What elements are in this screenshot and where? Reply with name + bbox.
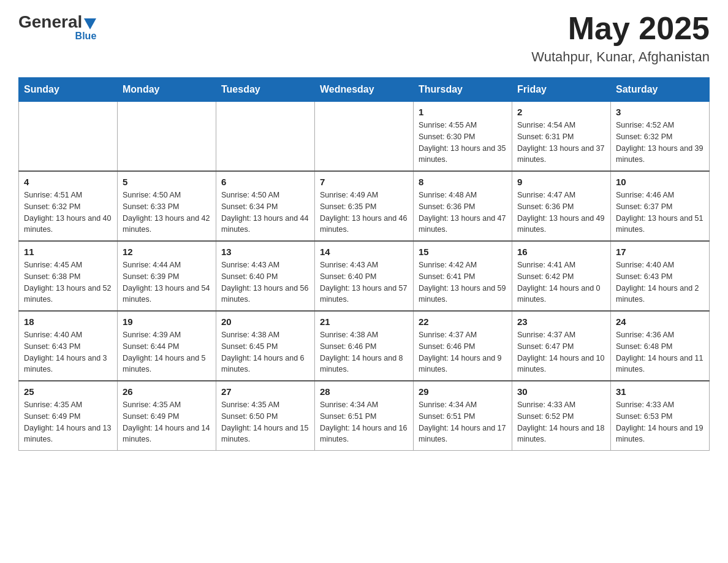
day-info: Sunrise: 4:36 AMSunset: 6:48 PMDaylight:… [616,329,704,375]
day-number: 25 [24,386,112,397]
day-info: Sunrise: 4:35 AMSunset: 6:49 PMDaylight:… [24,399,112,445]
day-info: Sunrise: 4:35 AMSunset: 6:50 PMDaylight:… [221,399,309,445]
calendar-cell: 19Sunrise: 4:39 AMSunset: 6:44 PMDayligh… [118,311,216,381]
day-info: Sunrise: 4:33 AMSunset: 6:52 PMDaylight:… [517,399,605,445]
day-info: Sunrise: 4:46 AMSunset: 6:37 PMDaylight:… [616,190,704,236]
calendar-week-row: 4Sunrise: 4:51 AMSunset: 6:32 PMDaylight… [19,171,710,241]
calendar-cell: 17Sunrise: 4:40 AMSunset: 6:43 PMDayligh… [611,241,710,311]
column-header-wednesday: Wednesday [315,78,414,102]
day-info: Sunrise: 4:39 AMSunset: 6:44 PMDaylight:… [123,329,211,375]
calendar-cell: 24Sunrise: 4:36 AMSunset: 6:48 PMDayligh… [611,311,710,381]
calendar-cell: 22Sunrise: 4:37 AMSunset: 6:46 PMDayligh… [414,311,512,381]
day-info: Sunrise: 4:40 AMSunset: 6:43 PMDaylight:… [24,329,112,375]
calendar-week-row: 18Sunrise: 4:40 AMSunset: 6:43 PMDayligh… [19,311,710,381]
day-number: 27 [221,386,309,397]
calendar-week-row: 25Sunrise: 4:35 AMSunset: 6:49 PMDayligh… [19,381,710,451]
day-number: 5 [123,177,211,187]
calendar-cell: 28Sunrise: 4:34 AMSunset: 6:51 PMDayligh… [315,381,414,451]
day-number: 20 [221,316,309,327]
day-info: Sunrise: 4:52 AMSunset: 6:32 PMDaylight:… [616,120,704,166]
calendar-cell: 31Sunrise: 4:33 AMSunset: 6:53 PMDayligh… [611,381,710,451]
day-info: Sunrise: 4:47 AMSunset: 6:36 PMDaylight:… [517,190,605,236]
day-number: 9 [517,177,605,187]
day-info: Sunrise: 4:38 AMSunset: 6:46 PMDaylight:… [320,329,408,375]
day-info: Sunrise: 4:34 AMSunset: 6:51 PMDaylight:… [320,399,408,445]
day-info: Sunrise: 4:49 AMSunset: 6:35 PMDaylight:… [320,190,408,236]
logo-blue: Blue [18,31,96,42]
calendar-cell: 27Sunrise: 4:35 AMSunset: 6:50 PMDayligh… [216,381,315,451]
logo-general: General [18,12,82,32]
day-number: 11 [24,247,112,257]
calendar-cell: 18Sunrise: 4:40 AMSunset: 6:43 PMDayligh… [19,311,118,381]
day-number: 10 [616,177,704,187]
day-number: 15 [419,247,507,257]
day-number: 3 [616,107,704,117]
calendar-cell: 23Sunrise: 4:37 AMSunset: 6:47 PMDayligh… [512,311,611,381]
calendar-cell: 25Sunrise: 4:35 AMSunset: 6:49 PMDayligh… [19,381,118,451]
calendar-header-row: SundayMondayTuesdayWednesdayThursdayFrid… [19,78,710,102]
calendar-cell: 16Sunrise: 4:41 AMSunset: 6:42 PMDayligh… [512,241,611,311]
calendar-cell [315,102,414,172]
calendar-cell: 30Sunrise: 4:33 AMSunset: 6:52 PMDayligh… [512,381,611,451]
calendar-cell: 9Sunrise: 4:47 AMSunset: 6:36 PMDaylight… [512,171,611,241]
day-number: 13 [221,247,309,257]
day-info: Sunrise: 4:50 AMSunset: 6:34 PMDaylight:… [221,190,309,236]
day-number: 28 [320,386,408,397]
day-number: 18 [24,316,112,327]
location-title: Wutahpur, Kunar, Afghanistan [531,49,710,65]
day-info: Sunrise: 4:44 AMSunset: 6:39 PMDaylight:… [123,259,211,305]
column-header-monday: Monday [118,78,216,102]
day-info: Sunrise: 4:42 AMSunset: 6:41 PMDaylight:… [419,259,507,305]
day-number: 8 [419,177,507,187]
column-header-friday: Friday [512,78,611,102]
day-number: 22 [419,316,507,327]
day-info: Sunrise: 4:37 AMSunset: 6:46 PMDaylight:… [419,329,507,375]
day-info: Sunrise: 4:50 AMSunset: 6:33 PMDaylight:… [123,190,211,236]
day-number: 14 [320,247,408,257]
day-number: 29 [419,386,507,397]
day-info: Sunrise: 4:45 AMSunset: 6:38 PMDaylight:… [24,259,112,305]
day-number: 16 [517,247,605,257]
calendar-cell: 1Sunrise: 4:55 AMSunset: 6:30 PMDaylight… [414,102,512,172]
day-info: Sunrise: 4:41 AMSunset: 6:42 PMDaylight:… [517,259,605,305]
calendar-cell: 10Sunrise: 4:46 AMSunset: 6:37 PMDayligh… [611,171,710,241]
page-header: General Blue May 2025 Wutahpur, Kunar, A… [18,12,710,65]
calendar-cell: 11Sunrise: 4:45 AMSunset: 6:38 PMDayligh… [19,241,118,311]
calendar-cell: 6Sunrise: 4:50 AMSunset: 6:34 PMDaylight… [216,171,315,241]
calendar-cell [216,102,315,172]
day-number: 26 [123,386,211,397]
calendar-cell [118,102,216,172]
calendar-cell: 12Sunrise: 4:44 AMSunset: 6:39 PMDayligh… [118,241,216,311]
day-number: 17 [616,247,704,257]
month-title: May 2025 [531,12,710,44]
calendar-cell [19,102,118,172]
column-header-sunday: Sunday [19,78,118,102]
calendar-cell: 29Sunrise: 4:34 AMSunset: 6:51 PMDayligh… [414,381,512,451]
day-info: Sunrise: 4:55 AMSunset: 6:30 PMDaylight:… [419,120,507,166]
day-number: 31 [616,386,704,397]
logo-triangle-icon [84,18,96,29]
calendar-cell: 20Sunrise: 4:38 AMSunset: 6:45 PMDayligh… [216,311,315,381]
calendar-cell: 7Sunrise: 4:49 AMSunset: 6:35 PMDaylight… [315,171,414,241]
calendar-cell: 15Sunrise: 4:42 AMSunset: 6:41 PMDayligh… [414,241,512,311]
day-info: Sunrise: 4:43 AMSunset: 6:40 PMDaylight:… [320,259,408,305]
day-info: Sunrise: 4:34 AMSunset: 6:51 PMDaylight:… [419,399,507,445]
logo-text: General [18,12,96,32]
day-number: 12 [123,247,211,257]
calendar-week-row: 1Sunrise: 4:55 AMSunset: 6:30 PMDaylight… [19,102,710,172]
day-number: 30 [517,386,605,397]
day-number: 24 [616,316,704,327]
calendar-cell: 2Sunrise: 4:54 AMSunset: 6:31 PMDaylight… [512,102,611,172]
day-info: Sunrise: 4:35 AMSunset: 6:49 PMDaylight:… [123,399,211,445]
calendar-week-row: 11Sunrise: 4:45 AMSunset: 6:38 PMDayligh… [19,241,710,311]
calendar-cell: 4Sunrise: 4:51 AMSunset: 6:32 PMDaylight… [19,171,118,241]
day-number: 4 [24,177,112,187]
calendar-table: SundayMondayTuesdayWednesdayThursdayFrid… [18,77,710,451]
calendar-cell: 8Sunrise: 4:48 AMSunset: 6:36 PMDaylight… [414,171,512,241]
calendar-cell: 21Sunrise: 4:38 AMSunset: 6:46 PMDayligh… [315,311,414,381]
day-number: 2 [517,107,605,117]
day-number: 23 [517,316,605,327]
calendar-cell: 13Sunrise: 4:43 AMSunset: 6:40 PMDayligh… [216,241,315,311]
logo: General Blue [18,12,96,42]
day-number: 19 [123,316,211,327]
